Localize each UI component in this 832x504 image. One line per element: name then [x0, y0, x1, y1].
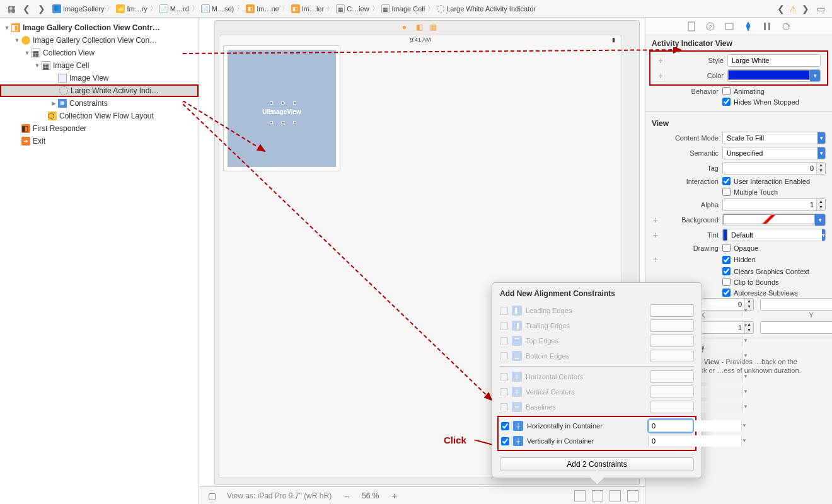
- zoom-in-button[interactable]: +: [388, 490, 400, 502]
- constraint-row-h-container[interactable]: ┼Horizontally in Container▼: [501, 418, 693, 433]
- collection-view-icon: ▦: [32, 49, 40, 57]
- help-inspector-tab[interactable]: ?: [705, 21, 715, 32]
- constraint-checkbox: [500, 388, 508, 396]
- activity-indicator-selection[interactable]: UIImageView: [272, 103, 294, 122]
- svg-text:?: ?: [708, 24, 712, 30]
- tag-stepper[interactable]: ▲▼: [722, 162, 826, 175]
- clears-checkbox[interactable]: [722, 267, 731, 275]
- zoom-level: 56 %: [362, 491, 379, 500]
- alpha-stepper[interactable]: ▲▼: [722, 198, 826, 211]
- constraint-checkbox: [500, 373, 508, 381]
- assistant-toggle-button[interactable]: ▭: [814, 3, 827, 15]
- outline-item-first-responder[interactable]: ◧First Responder: [0, 122, 199, 135]
- cell-icon: ▦: [42, 61, 50, 70]
- outline-item-exit[interactable]: ➜Exit: [0, 135, 199, 147]
- annotation-click-label: Click: [444, 435, 466, 445]
- outline-item-collection-view[interactable]: ▼▦Collection View: [0, 47, 199, 59]
- outline-item-constraints[interactable]: ▶▦Constraints: [0, 97, 199, 110]
- crumb-folder[interactable]: 📁Im…ry: [114, 4, 149, 13]
- crumb-scene1[interactable]: ◧Im…ne: [244, 4, 280, 13]
- constraint-checkbox: [500, 307, 508, 315]
- prev-issue-button[interactable]: ❮: [775, 3, 787, 15]
- style-select[interactable]: ▾: [727, 54, 821, 67]
- activity-indicator-icon: [59, 86, 68, 95]
- outline-item-image-view[interactable]: Image View: [0, 72, 199, 84]
- image-view-icon: [58, 74, 67, 83]
- file-inspector-tab[interactable]: [686, 21, 696, 32]
- align-icon: ═: [512, 402, 522, 412]
- size-inspector-tab[interactable]: [762, 21, 772, 32]
- crumb-scene2[interactable]: ◧Im…ler: [289, 4, 326, 13]
- activity-indicator-icon: [437, 5, 444, 13]
- clip-checkbox[interactable]: [722, 278, 731, 286]
- forward-button[interactable]: ❯: [35, 3, 48, 15]
- first-responder-icon: ◧: [21, 124, 30, 133]
- next-issue-button[interactable]: ❯: [799, 3, 812, 15]
- outline-item-image-cell[interactable]: ▼▦Image Cell: [0, 59, 199, 72]
- identity-inspector-tab[interactable]: [724, 21, 734, 32]
- pin-button[interactable]: [610, 490, 621, 501]
- related-items-button[interactable]: ▦: [5, 3, 18, 15]
- animating-checkbox[interactable]: [722, 87, 731, 95]
- tint-select[interactable]: ▾: [722, 229, 826, 241]
- y-stepper[interactable]: ▲▼: [760, 298, 832, 311]
- crumb-project[interactable]: 📘ImageGallery: [50, 4, 106, 13]
- collection-cell-preview[interactable]: UIImageView: [223, 45, 340, 171]
- h-stepper[interactable]: ▲▼: [760, 321, 832, 334]
- crumb-cell[interactable]: ▦Image Cell: [379, 4, 427, 13]
- background-select[interactable]: ▾: [722, 214, 826, 226]
- device-dot-icon: ▦: [430, 23, 439, 32]
- constraint-value-input[interactable]: ▼: [649, 435, 693, 447]
- outline-toggle-button[interactable]: ▢: [205, 490, 218, 502]
- constraint-checkbox[interactable]: [501, 437, 509, 445]
- zoom-out-button[interactable]: −: [340, 490, 353, 502]
- attributes-inspector-tab[interactable]: [743, 21, 753, 32]
- constraint-checkbox: [500, 337, 508, 345]
- constraint-row: ▔Top Edges▼: [500, 333, 694, 348]
- outline-item-controller[interactable]: ▼Image Gallery Collection View Con…: [0, 34, 199, 47]
- align-icon: ┼: [513, 436, 523, 446]
- resolve-button[interactable]: [627, 490, 638, 501]
- hides-when-stopped-checkbox[interactable]: [722, 98, 731, 106]
- crumb-file2[interactable]: 📄M…se): [199, 4, 236, 13]
- semantic-select[interactable]: ▾: [722, 147, 826, 159]
- embed-button[interactable]: [574, 490, 586, 501]
- crumb-file1[interactable]: 📄M…rd: [158, 4, 191, 13]
- constraint-row-v-container[interactable]: ┼Vertically in Container▼: [501, 433, 693, 449]
- svg-rect-0: [688, 22, 695, 31]
- back-button[interactable]: ❮: [20, 3, 33, 15]
- content-mode-select[interactable]: ▾: [722, 132, 826, 144]
- align-icon: ┼: [513, 421, 523, 431]
- section-view: View: [645, 115, 832, 130]
- image-view-preview[interactable]: UIImageView: [228, 50, 336, 167]
- svg-rect-5: [768, 23, 770, 30]
- view-as-label[interactable]: View as: iPad Pro 9.7" (wR hR): [227, 491, 332, 500]
- scene-header[interactable]: ▼◧ Image Gallery Collection View Contr…: [0, 21, 199, 34]
- exit-icon: ➜: [21, 137, 30, 146]
- align-button[interactable]: [592, 490, 603, 501]
- constraint-value-input[interactable]: ▼: [649, 420, 693, 432]
- constraint-checkbox: [500, 322, 508, 330]
- opaque-checkbox[interactable]: [722, 244, 731, 252]
- outline-item-flow-layout[interactable]: ⬡Collection View Flow Layout: [0, 110, 199, 122]
- multiple-touch-checkbox[interactable]: [722, 188, 731, 196]
- constraint-row: ▌Leading Edges▼: [500, 303, 694, 318]
- device-status-bar: 9:41 AM▮: [219, 35, 621, 44]
- crumb-activity-indicator[interactable]: Large White Activity Indicator: [435, 5, 538, 13]
- color-select[interactable]: ▾: [727, 69, 821, 82]
- crumb-cv[interactable]: ▦C…iew: [334, 4, 371, 13]
- section-activity-indicator: Activity Indicator View: [645, 35, 832, 50]
- controller-icon: [21, 36, 30, 45]
- constraint-row: ┼Vertical Centers▼: [500, 384, 694, 399]
- user-interaction-checkbox[interactable]: [722, 177, 731, 185]
- outline-item-activity-indicator[interactable]: Large White Activity Indi…: [0, 84, 199, 97]
- inspector-tab-bar: ?: [645, 18, 832, 35]
- add-constraints-button[interactable]: Add 2 Constraints: [500, 457, 694, 471]
- warning-icon: ⚠: [790, 4, 797, 13]
- connections-inspector-tab[interactable]: [781, 21, 791, 32]
- autoresize-checkbox[interactable]: [722, 289, 731, 297]
- constraint-checkbox[interactable]: [501, 422, 509, 430]
- breadcrumb: 📘ImageGallery〉 📁Im…ry〉 📄M…rd〉 📄M…se)〉 ◧I…: [50, 4, 772, 13]
- document-outline: ▼◧ Image Gallery Collection View Contr… …: [0, 18, 199, 504]
- hidden-checkbox[interactable]: [722, 256, 731, 264]
